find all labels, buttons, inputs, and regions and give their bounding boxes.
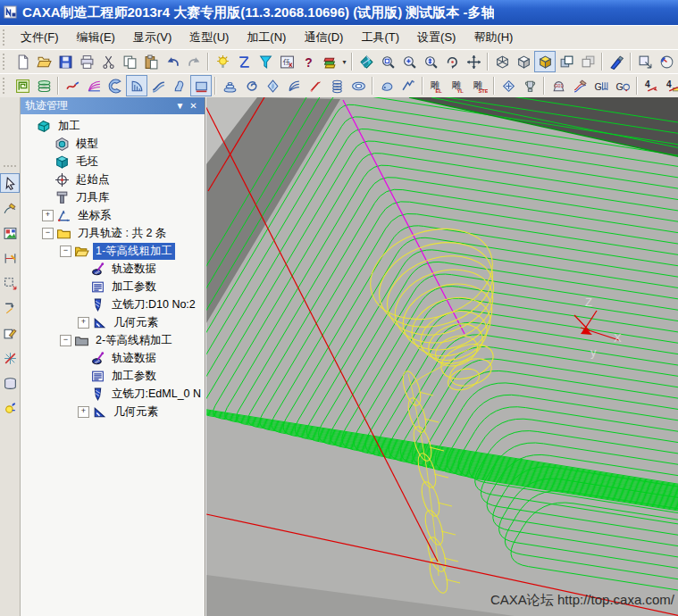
hide-constr-tool-button[interactable] — [0, 348, 20, 368]
trim-mill-button[interactable] — [398, 75, 419, 96]
expand-toggle[interactable]: + — [78, 406, 89, 418]
tree-row-1[interactable]: 加工 — [21, 117, 205, 135]
lathe-rings-button[interactable] — [33, 75, 54, 96]
tree-row-8[interactable]: −1-等高线粗加工 — [21, 242, 205, 260]
gem-box-button[interactable] — [498, 75, 519, 96]
tree-row-9[interactable]: 轨迹数据 — [21, 260, 205, 278]
sketch-tool-button[interactable] — [0, 198, 20, 218]
view-gem-button[interactable] — [356, 51, 377, 72]
tree-row-16[interactable]: 立铣刀:EdML_0 N — [21, 385, 205, 403]
cube-shaded-button[interactable] — [534, 51, 556, 72]
swirl-mill-button[interactable] — [240, 75, 262, 96]
sel-box-tool-button[interactable] — [0, 273, 20, 293]
tree-row-6[interactable]: +坐标系 — [21, 206, 205, 224]
pocket-mill-button[interactable] — [190, 75, 212, 96]
undo-button[interactable] — [162, 51, 183, 72]
save-button[interactable] — [54, 51, 76, 72]
send-back-button[interactable] — [577, 51, 598, 72]
dim-edit-tool-button[interactable] — [0, 248, 20, 268]
collapse-toggle[interactable]: − — [42, 228, 54, 239]
diamond-mill-button[interactable] — [262, 75, 283, 96]
zlevel-rough-button[interactable] — [126, 75, 147, 96]
layers-dropdown-arrow[interactable]: ▾ — [340, 52, 348, 71]
spiral-square-button[interactable] — [12, 75, 33, 96]
bring-front-button[interactable] — [556, 51, 577, 72]
paste-button[interactable] — [140, 51, 162, 72]
rotate-view-button[interactable] — [441, 51, 463, 72]
viewport-canvas[interactable]: ZXyCAXA论坛 http://top.caxa.com/ — [206, 97, 678, 616]
menu-item-3[interactable]: 显示(V) — [124, 27, 180, 48]
filter-funnel-button[interactable] — [255, 51, 276, 72]
menu-item-8[interactable]: 设置(S) — [408, 27, 465, 48]
cone-stack-button[interactable] — [219, 75, 240, 96]
g-circle-button[interactable]: G — [612, 75, 633, 96]
menu-item-7[interactable]: 工具(T) — [352, 27, 408, 48]
tree-row-14[interactable]: 轨迹数据 — [21, 349, 205, 367]
corner-move-tool-button[interactable] — [0, 298, 20, 318]
light-arrow-tool-button[interactable] — [0, 398, 20, 418]
edit-sketch-tool-button[interactable] — [0, 323, 20, 343]
axis4-mill-button[interactable]: 4 — [640, 75, 662, 96]
fan-mill-button[interactable] — [283, 75, 305, 96]
expand-toggle[interactable]: + — [78, 317, 89, 329]
tree-row-13[interactable]: −2-等高线精加工 — [21, 331, 205, 349]
disc-mill-button[interactable] — [347, 75, 369, 96]
curve-mill-button[interactable] — [62, 75, 83, 96]
print-button[interactable] — [76, 51, 97, 72]
g01-check-button[interactable]: G01 — [548, 75, 569, 96]
viewport-3d[interactable]: ZXyCAXA论坛 http://top.caxa.com/ — [205, 97, 678, 616]
surface-finish-button[interactable] — [147, 75, 169, 96]
collapse-toggle[interactable]: − — [60, 335, 71, 346]
copy-view-button[interactable] — [634, 51, 656, 72]
collapse-toggle[interactable]: − — [60, 246, 71, 257]
expand-toggle[interactable]: + — [42, 210, 54, 221]
coil-mill-button[interactable] — [326, 75, 347, 96]
tree-row-12[interactable]: +几何元素 — [21, 313, 205, 331]
zoom-window-button[interactable] — [377, 51, 398, 72]
panel-collapse-button[interactable]: ▼ — [173, 101, 187, 111]
help-button[interactable]: ? — [297, 51, 319, 72]
zoom-dynamic-button[interactable] — [420, 51, 441, 72]
cavity-mill-button[interactable] — [105, 75, 126, 96]
cup-button[interactable] — [519, 75, 540, 96]
open-file-button[interactable] — [33, 51, 54, 72]
carve-el-button[interactable]: 雕EL — [426, 75, 448, 96]
menu-item-1[interactable]: 文件(F) — [12, 27, 68, 48]
brush-curves-button[interactable] — [569, 75, 590, 96]
cursor-tool-button[interactable] — [0, 173, 20, 193]
cyl-face-tool-button[interactable] — [0, 373, 20, 393]
menu-item-2[interactable]: 编辑(E) — [68, 27, 124, 48]
cube-white-button[interactable] — [513, 51, 534, 72]
pan-view-button[interactable] — [463, 51, 484, 72]
render-bulb-button[interactable] — [212, 51, 233, 72]
surface-fan-button[interactable] — [83, 75, 105, 96]
axis4-face-button[interactable]: 4 — [662, 75, 678, 96]
tree-row-3[interactable]: 毛坯 — [21, 153, 205, 171]
carve-ste-button[interactable]: 雕STE — [469, 75, 490, 96]
g-comb-button[interactable]: G — [590, 75, 612, 96]
swan-curve-button[interactable] — [169, 75, 190, 96]
menu-item-4[interactable]: 造型(U) — [180, 27, 238, 48]
cut-button[interactable] — [97, 51, 119, 72]
carve-yl-button[interactable]: 雕YL — [448, 75, 469, 96]
layers-button[interactable] — [319, 51, 340, 72]
menu-item-5[interactable]: 加工(N) — [238, 27, 295, 48]
redo-button[interactable] — [183, 51, 205, 72]
zoom-in-button[interactable] — [398, 51, 420, 72]
tree-row-11[interactable]: 立铣刀:D10 No:2 — [21, 296, 205, 313]
panel-close-button[interactable]: ✕ — [187, 101, 200, 111]
new-file-button[interactable] — [12, 51, 33, 72]
tree-row-5[interactable]: 刀具库 — [21, 188, 205, 206]
menu-item-6[interactable]: 通信(D) — [295, 27, 352, 48]
tree-row-15[interactable]: 加工参数 — [21, 367, 205, 385]
tree-row-2[interactable]: 模型 — [21, 135, 205, 153]
menu-item-9[interactable]: 帮助(H) — [465, 27, 522, 48]
guide-mill-button[interactable] — [376, 75, 398, 96]
tree-row-17[interactable]: +几何元素 — [21, 403, 205, 420]
dynamic-z-button[interactable] — [233, 51, 255, 72]
tree-row-10[interactable]: 加工参数 — [21, 278, 205, 296]
brush-blue-button[interactable] — [606, 51, 627, 72]
task-render-button[interactable]: 任 — [276, 51, 297, 72]
pencil-red-button[interactable] — [305, 75, 326, 96]
copy-button[interactable] — [119, 51, 140, 72]
